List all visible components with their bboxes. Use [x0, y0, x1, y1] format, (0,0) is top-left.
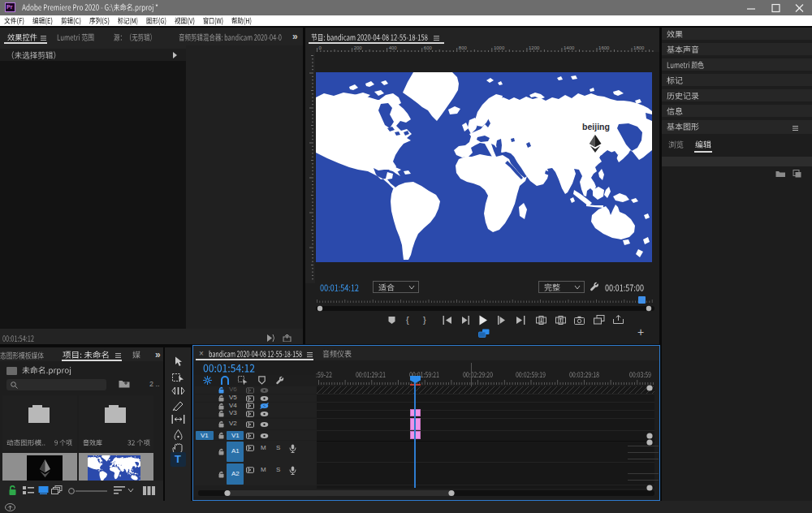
svg-text:600: 600: [424, 45, 433, 50]
svg-text:1600: 1600: [598, 45, 610, 50]
svg-text:1200: 1200: [529, 45, 540, 50]
svg-text:1400: 1400: [564, 45, 575, 50]
svg-text:400: 400: [389, 45, 398, 50]
svg-text:200: 200: [354, 45, 363, 50]
svg-text:1800: 1800: [633, 45, 645, 50]
svg-text:1000: 1000: [494, 45, 505, 50]
svg-text:800: 800: [459, 45, 468, 50]
svg-text:beijing: beijing: [582, 122, 610, 131]
